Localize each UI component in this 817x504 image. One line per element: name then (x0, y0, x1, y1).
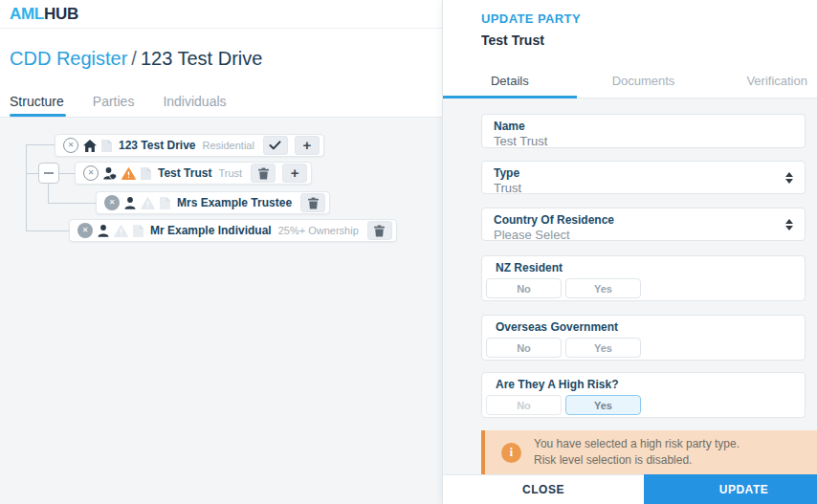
type-value: Trust (494, 181, 793, 195)
person-icon (124, 197, 136, 209)
tree-connector-line (48, 184, 49, 204)
warning-triangle-muted-icon (114, 225, 128, 237)
node-type-label: Residential (203, 140, 256, 151)
name-value: Test Trust (494, 134, 793, 148)
name-label: Name (494, 120, 793, 133)
nz-resident-group: NZ Resident No Yes (481, 255, 806, 301)
warning-text: You have selected a high risk party type… (534, 436, 740, 469)
high-risk-no-button[interactable]: No (486, 395, 562, 415)
warning-line-2: Risk level selection is disabled. (534, 453, 692, 467)
tab-documents[interactable]: Documents (577, 64, 711, 98)
amlhub-logo[interactable]: AMLHUB (10, 5, 78, 24)
country-value: Please Select (494, 228, 793, 242)
logo-aml: AML (10, 5, 44, 23)
page-header: AMLHUB CDD Register/123 Test Drive Struc… (0, 0, 442, 118)
nz-resident-no-button[interactable]: No (486, 278, 562, 298)
structure-page: AMLHUB CDD Register/123 Test Drive Struc… (0, 0, 442, 504)
tree-connector-line (26, 144, 55, 145)
logo-hub: HUB (44, 5, 78, 23)
high-risk-yes-button[interactable]: Yes (565, 395, 641, 415)
node-name: 123 Test Drive (117, 139, 198, 152)
warning-triangle-icon (121, 167, 136, 180)
document-status-icon (141, 167, 151, 180)
tab-structure[interactable]: Structure (10, 85, 64, 117)
overseas-government-options: No Yes (486, 338, 801, 358)
warning-triangle-muted-icon (141, 197, 155, 209)
node-type-label: Trust (218, 167, 244, 179)
high-risk-options: No Yes (486, 395, 801, 415)
breadcrumb-current: 123 Test Drive (141, 48, 262, 69)
document-status-icon (133, 225, 144, 237)
home-icon (83, 140, 97, 152)
overseas-government-group: Overseas Government No Yes (481, 315, 806, 361)
type-select[interactable]: Type Trust (481, 161, 806, 194)
top-nav-bar: AMLHUB (0, 0, 442, 29)
add-child-button[interactable]: + (295, 136, 320, 155)
remove-circle-x-icon[interactable]: ✕ (63, 138, 78, 153)
document-status-icon (160, 197, 170, 209)
breadcrumb-cdd-register-link[interactable]: CDD Register (10, 48, 127, 69)
check-icon (269, 141, 281, 150)
plus-icon: + (303, 138, 312, 152)
tab-parties[interactable]: Parties (93, 85, 135, 117)
select-arrows-icon[interactable] (785, 172, 793, 184)
type-label: Type (494, 166, 793, 180)
panel-title: UPDATE PARTY (481, 11, 581, 26)
warning-line-1: You have selected a high risk party type… (534, 437, 740, 450)
overseas-government-yes-button[interactable]: Yes (565, 338, 641, 358)
delete-button[interactable] (251, 164, 276, 183)
trash-icon (258, 167, 269, 180)
node-name: Test Trust (156, 166, 213, 180)
panel-header: UPDATE PARTY Test Trust Details Document… (443, 0, 817, 99)
panel-footer: CLOSE UPDATE (443, 474, 817, 504)
high-risk-label: Are They A High Risk? (496, 378, 801, 391)
node-name: Mr Example Individual (148, 224, 274, 237)
person-icon (98, 225, 109, 237)
remove-circle-x-icon[interactable]: ✕ (104, 195, 120, 210)
remove-circle-x-icon[interactable]: ✕ (77, 223, 93, 238)
close-button[interactable]: CLOSE (443, 474, 644, 504)
tab-details[interactable]: Details (443, 64, 577, 98)
tree-node-individual[interactable]: ✕ Mr Example Individual 25%+ Ownership (69, 219, 397, 242)
nz-resident-yes-button[interactable]: Yes (565, 278, 641, 298)
name-field[interactable]: Name Test Trust (481, 114, 806, 148)
breadcrumb: CDD Register/123 Test Drive (10, 48, 262, 70)
panel-body: Name Test Trust Type Trust Country Of Re… (443, 99, 817, 474)
panel-subtitle: Test Trust (481, 33, 544, 48)
tree-node-trust[interactable]: ✕ Test Trust Trust + (75, 162, 312, 185)
remove-circle-x-icon[interactable]: ✕ (83, 165, 99, 181)
trash-icon (374, 225, 385, 237)
high-risk-group: Are They A High Risk? No Yes (481, 372, 806, 418)
node-ownership-label: 25%+ Ownership (278, 225, 361, 236)
tree-connector-line (59, 173, 75, 174)
nz-resident-options: No Yes (486, 278, 801, 298)
delete-button[interactable] (300, 193, 325, 212)
nz-resident-label: NZ Resident (496, 261, 801, 274)
collapse-toggle[interactable] (38, 163, 59, 184)
tree-connector-line (26, 230, 69, 231)
country-label: Country Of Residence (494, 213, 793, 227)
tree-node-property[interactable]: ✕ 123 Test Drive Residential + (55, 134, 324, 157)
document-status-icon (101, 140, 112, 152)
overseas-government-no-button[interactable]: No (486, 338, 562, 358)
panel-tab-bar: Details Documents Verification (443, 64, 817, 99)
high-risk-warning-banner: i You have selected a high risk party ty… (481, 430, 817, 474)
party-shield-icon (103, 167, 117, 180)
delete-button[interactable] (367, 221, 392, 240)
tab-individuals[interactable]: Individuals (163, 85, 226, 117)
main-tab-bar: Structure Parties Individuals (0, 85, 227, 117)
tree-connector-line (26, 173, 38, 174)
confirm-button[interactable] (263, 136, 288, 155)
node-name: Mrs Example Trustee (175, 196, 294, 209)
country-of-residence-select[interactable]: Country Of Residence Please Select (481, 208, 806, 241)
tree-connector-line (48, 203, 96, 204)
tab-verification[interactable]: Verification (710, 64, 817, 98)
select-arrows-icon[interactable] (785, 219, 793, 230)
app-window: AMLHUB CDD Register/123 Test Drive Struc… (0, 0, 817, 504)
trash-icon (308, 197, 319, 209)
update-button[interactable]: UPDATE (644, 474, 817, 504)
plus-icon: + (291, 165, 299, 180)
tree-node-individual[interactable]: ✕ Mrs Example Trustee (96, 191, 330, 214)
add-child-button[interactable]: + (282, 164, 307, 183)
breadcrumb-separator: / (127, 48, 141, 69)
